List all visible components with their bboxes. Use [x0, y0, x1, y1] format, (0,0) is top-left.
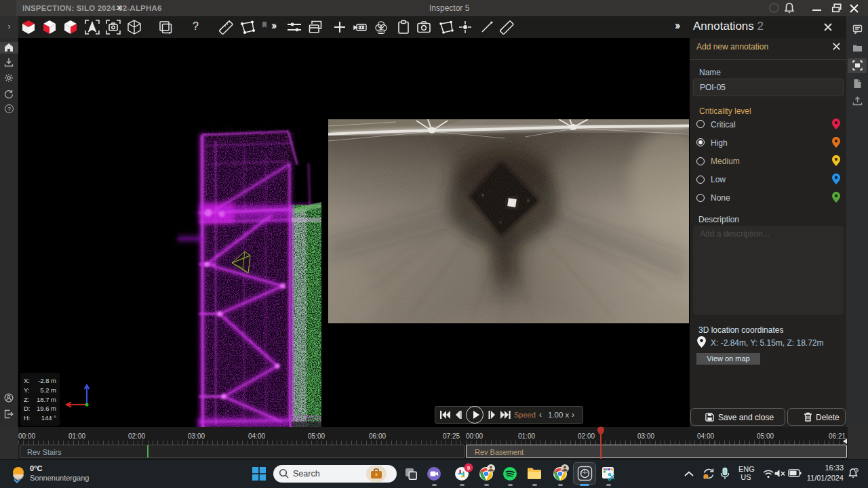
svg-text:9: 9 — [467, 465, 471, 471]
svg-text:360: 360 — [378, 30, 384, 33]
